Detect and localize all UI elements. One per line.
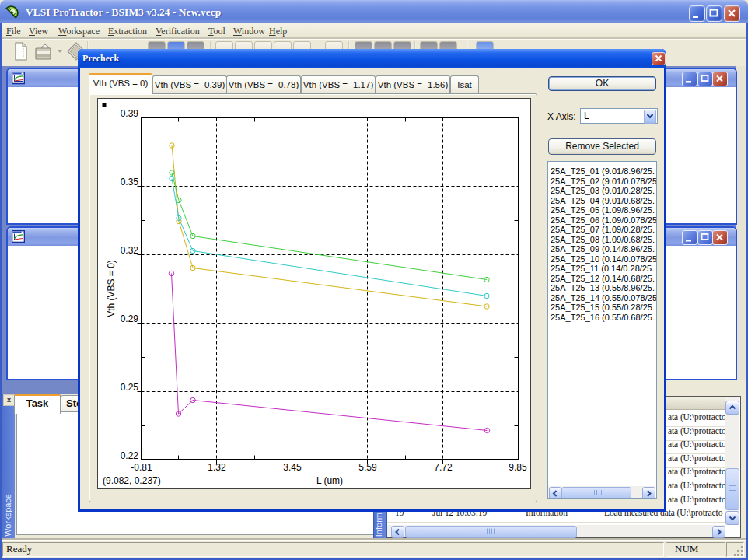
svg-text:0.29: 0.29 (121, 313, 139, 324)
svg-text:1.32: 1.32 (208, 462, 226, 473)
svg-text:5.59: 5.59 (358, 462, 377, 473)
svg-text:0.32: 0.32 (121, 245, 139, 256)
svg-text:L (um): L (um) (316, 475, 343, 486)
svg-text:0.39: 0.39 (121, 108, 139, 119)
svg-text:0.22: 0.22 (121, 450, 139, 461)
svg-text:9.85: 9.85 (509, 462, 527, 473)
svg-text:0.35: 0.35 (121, 177, 139, 187)
svg-text:(9.082, 0.237): (9.082, 0.237) (103, 475, 161, 486)
svg-text:3.45: 3.45 (283, 462, 302, 473)
svg-text:0.25: 0.25 (121, 382, 139, 393)
svg-text:Vth (VBS = 0): Vth (VBS = 0) (106, 260, 117, 317)
svg-text:-0.81: -0.81 (131, 462, 152, 473)
svg-text:7.72: 7.72 (434, 462, 453, 473)
